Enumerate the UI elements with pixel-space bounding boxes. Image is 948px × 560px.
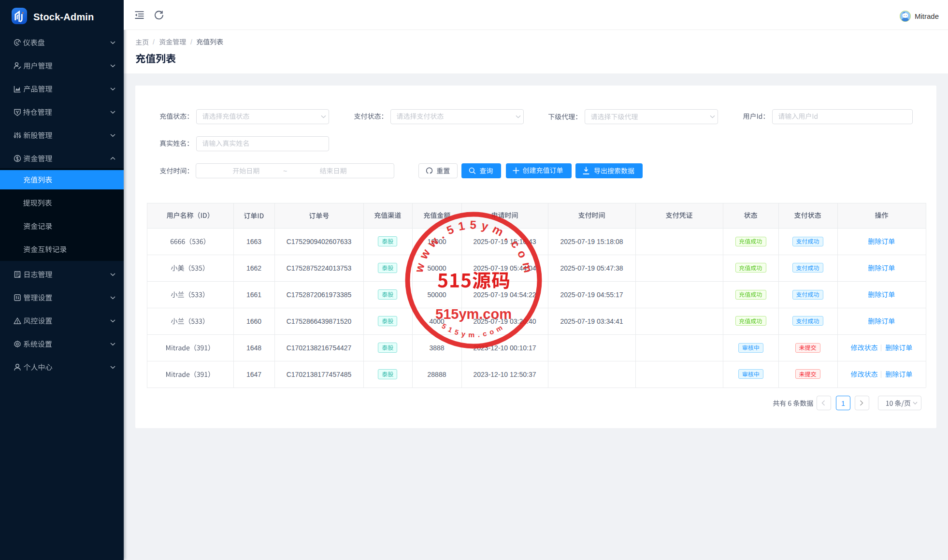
svg-text:515ym.com: 515ym.com (435, 306, 512, 322)
svg-text:www.515ym.com: www.515ym.com (412, 218, 536, 278)
svg-text:515ym.com: 515ym.com (440, 322, 506, 339)
